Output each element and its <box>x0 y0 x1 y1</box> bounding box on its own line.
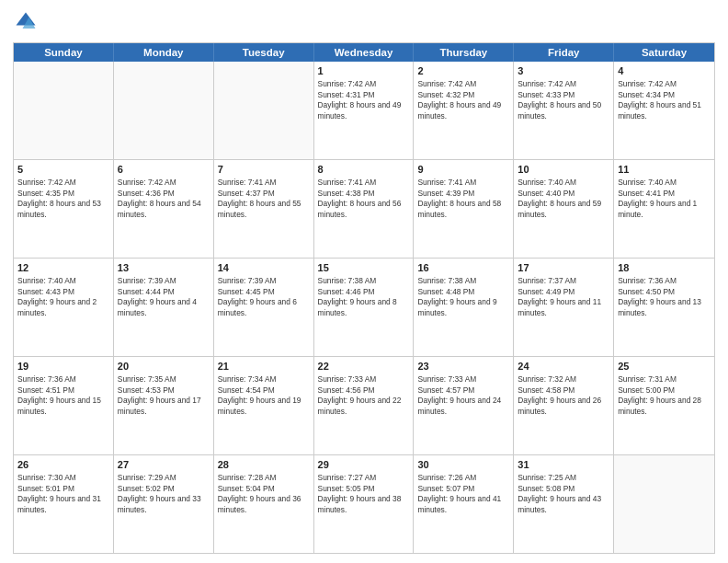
day-info: Sunrise: 7:42 AMSunset: 4:31 PMDaylight:… <box>318 79 410 122</box>
day-info: Sunrise: 7:39 AMSunset: 4:45 PMDaylight:… <box>218 276 310 319</box>
day-info: Sunrise: 7:28 AMSunset: 5:04 PMDaylight:… <box>218 473 310 516</box>
calendar-day-23: 23Sunrise: 7:33 AMSunset: 4:57 PMDayligh… <box>414 357 514 454</box>
calendar-row-3: 19Sunrise: 7:36 AMSunset: 4:51 PMDayligh… <box>14 356 714 454</box>
calendar-day-27: 27Sunrise: 7:29 AMSunset: 5:02 PMDayligh… <box>114 455 214 553</box>
day-number: 30 <box>417 458 509 472</box>
day-number: 25 <box>618 360 711 373</box>
calendar-row-2: 12Sunrise: 7:40 AMSunset: 4:43 PMDayligh… <box>14 258 714 356</box>
day-number: 29 <box>318 458 410 472</box>
day-info: Sunrise: 7:32 AMSunset: 4:58 PMDaylight:… <box>518 374 609 418</box>
day-number: 10 <box>518 163 609 177</box>
day-info: Sunrise: 7:38 AMSunset: 4:46 PMDaylight:… <box>318 276 410 319</box>
calendar-day-9: 9Sunrise: 7:41 AMSunset: 4:39 PMDaylight… <box>414 160 514 258</box>
day-number: 4 <box>618 64 711 78</box>
day-info: Sunrise: 7:42 AMSunset: 4:33 PMDaylight:… <box>518 79 609 122</box>
day-number: 23 <box>417 360 509 373</box>
calendar-day-19: 19Sunrise: 7:36 AMSunset: 4:51 PMDayligh… <box>14 357 114 454</box>
header <box>13 9 715 35</box>
calendar-day-empty-0-1 <box>114 62 214 159</box>
calendar-day-empty-0-2 <box>214 62 314 159</box>
day-number: 2 <box>417 64 509 78</box>
calendar-row-4: 26Sunrise: 7:30 AMSunset: 5:01 PMDayligh… <box>14 454 714 553</box>
day-info: Sunrise: 7:40 AMSunset: 4:40 PMDaylight:… <box>518 178 609 221</box>
calendar-day-7: 7Sunrise: 7:41 AMSunset: 4:37 PMDaylight… <box>214 160 314 258</box>
calendar-day-31: 31Sunrise: 7:25 AMSunset: 5:08 PMDayligh… <box>514 455 614 553</box>
day-number: 19 <box>17 360 109 373</box>
calendar-day-20: 20Sunrise: 7:35 AMSunset: 4:53 PMDayligh… <box>114 357 214 454</box>
day-info: Sunrise: 7:41 AMSunset: 4:38 PMDaylight:… <box>318 178 410 221</box>
day-info: Sunrise: 7:42 AMSunset: 4:34 PMDaylight:… <box>618 79 711 122</box>
day-number: 18 <box>618 261 711 275</box>
day-number: 1 <box>318 64 410 78</box>
calendar-day-empty-0-0 <box>14 62 114 159</box>
day-info: Sunrise: 7:27 AMSunset: 5:05 PMDaylight:… <box>318 473 410 516</box>
day-number: 11 <box>618 163 711 177</box>
day-number: 22 <box>318 360 410 373</box>
day-info: Sunrise: 7:30 AMSunset: 5:01 PMDaylight:… <box>17 473 109 516</box>
day-info: Sunrise: 7:33 AMSunset: 4:56 PMDaylight:… <box>318 374 410 418</box>
calendar-day-10: 10Sunrise: 7:40 AMSunset: 4:40 PMDayligh… <box>514 160 614 258</box>
calendar-day-17: 17Sunrise: 7:37 AMSunset: 4:49 PMDayligh… <box>514 259 614 356</box>
day-number: 24 <box>518 360 609 373</box>
calendar-day-26: 26Sunrise: 7:30 AMSunset: 5:01 PMDayligh… <box>14 455 114 553</box>
day-number: 8 <box>318 163 410 177</box>
calendar-day-4: 4Sunrise: 7:42 AMSunset: 4:34 PMDaylight… <box>614 62 714 159</box>
calendar-day-6: 6Sunrise: 7:42 AMSunset: 4:36 PMDaylight… <box>114 160 214 258</box>
day-number: 14 <box>218 261 310 275</box>
calendar-day-11: 11Sunrise: 7:40 AMSunset: 4:41 PMDayligh… <box>614 160 714 258</box>
calendar-day-24: 24Sunrise: 7:32 AMSunset: 4:58 PMDayligh… <box>514 357 614 454</box>
calendar-day-2: 2Sunrise: 7:42 AMSunset: 4:32 PMDaylight… <box>414 62 514 159</box>
calendar-day-28: 28Sunrise: 7:28 AMSunset: 5:04 PMDayligh… <box>214 455 314 553</box>
calendar: SundayMondayTuesdayWednesdayThursdayFrid… <box>13 42 715 554</box>
calendar-day-13: 13Sunrise: 7:39 AMSunset: 4:44 PMDayligh… <box>114 259 214 356</box>
day-number: 31 <box>518 458 609 472</box>
calendar-day-3: 3Sunrise: 7:42 AMSunset: 4:33 PMDaylight… <box>514 62 614 159</box>
day-info: Sunrise: 7:33 AMSunset: 4:57 PMDaylight:… <box>417 374 509 418</box>
day-info: Sunrise: 7:38 AMSunset: 4:48 PMDaylight:… <box>417 276 509 319</box>
day-info: Sunrise: 7:25 AMSunset: 5:08 PMDaylight:… <box>518 473 609 516</box>
page: SundayMondayTuesdayWednesdayThursdayFrid… <box>0 0 728 563</box>
day-number: 6 <box>118 163 210 177</box>
day-number: 3 <box>518 64 609 78</box>
day-info: Sunrise: 7:42 AMSunset: 4:36 PMDaylight:… <box>118 178 210 221</box>
calendar-day-30: 30Sunrise: 7:26 AMSunset: 5:07 PMDayligh… <box>414 455 514 553</box>
day-info: Sunrise: 7:42 AMSunset: 4:32 PMDaylight:… <box>417 79 509 122</box>
calendar-day-5: 5Sunrise: 7:42 AMSunset: 4:35 PMDaylight… <box>14 160 114 258</box>
calendar-day-21: 21Sunrise: 7:34 AMSunset: 4:54 PMDayligh… <box>214 357 314 454</box>
day-number: 9 <box>417 163 509 177</box>
day-number: 12 <box>17 261 109 275</box>
day-info: Sunrise: 7:26 AMSunset: 5:07 PMDaylight:… <box>417 473 509 516</box>
day-info: Sunrise: 7:37 AMSunset: 4:49 PMDaylight:… <box>518 276 609 319</box>
logo-icon <box>13 9 39 35</box>
day-number: 16 <box>417 261 509 275</box>
day-of-week-saturday: Saturday <box>614 43 714 62</box>
calendar-row-0: 1Sunrise: 7:42 AMSunset: 4:31 PMDaylight… <box>14 62 714 159</box>
calendar-header: SundayMondayTuesdayWednesdayThursdayFrid… <box>14 43 714 62</box>
calendar-day-25: 25Sunrise: 7:31 AMSunset: 5:00 PMDayligh… <box>614 357 714 454</box>
day-number: 7 <box>218 163 310 177</box>
calendar-day-12: 12Sunrise: 7:40 AMSunset: 4:43 PMDayligh… <box>14 259 114 356</box>
calendar-day-14: 14Sunrise: 7:39 AMSunset: 4:45 PMDayligh… <box>214 259 314 356</box>
day-number: 5 <box>17 163 109 177</box>
day-of-week-thursday: Thursday <box>414 43 514 62</box>
day-of-week-tuesday: Tuesday <box>214 43 314 62</box>
day-info: Sunrise: 7:29 AMSunset: 5:02 PMDaylight:… <box>118 473 210 516</box>
calendar-day-29: 29Sunrise: 7:27 AMSunset: 5:05 PMDayligh… <box>314 455 415 553</box>
day-info: Sunrise: 7:34 AMSunset: 4:54 PMDaylight:… <box>218 374 310 418</box>
day-number: 20 <box>118 360 210 373</box>
day-info: Sunrise: 7:36 AMSunset: 4:51 PMDaylight:… <box>17 374 109 418</box>
day-number: 13 <box>118 261 210 275</box>
day-info: Sunrise: 7:35 AMSunset: 4:53 PMDaylight:… <box>118 374 210 418</box>
day-number: 27 <box>118 458 210 472</box>
day-number: 15 <box>318 261 410 275</box>
day-of-week-sunday: Sunday <box>14 43 114 62</box>
day-number: 26 <box>17 458 109 472</box>
day-number: 17 <box>518 261 609 275</box>
calendar-body: 1Sunrise: 7:42 AMSunset: 4:31 PMDaylight… <box>14 62 714 553</box>
day-of-week-monday: Monday <box>114 43 214 62</box>
day-info: Sunrise: 7:42 AMSunset: 4:35 PMDaylight:… <box>17 178 109 221</box>
calendar-day-1: 1Sunrise: 7:42 AMSunset: 4:31 PMDaylight… <box>314 62 415 159</box>
day-info: Sunrise: 7:36 AMSunset: 4:50 PMDaylight:… <box>618 276 711 319</box>
day-info: Sunrise: 7:39 AMSunset: 4:44 PMDaylight:… <box>118 276 210 319</box>
calendar-day-22: 22Sunrise: 7:33 AMSunset: 4:56 PMDayligh… <box>314 357 415 454</box>
